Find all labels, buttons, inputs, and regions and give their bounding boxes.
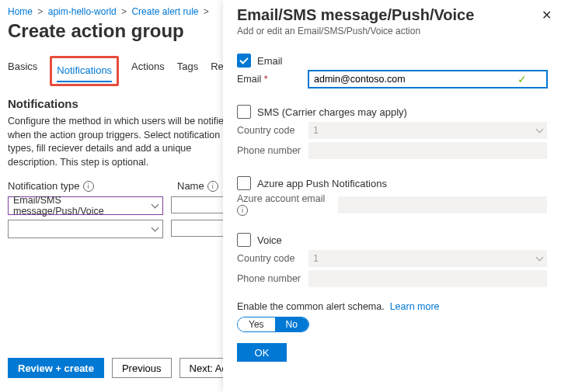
voice-country-dropdown: 1: [308, 250, 547, 267]
sms-country-dropdown: 1: [308, 122, 547, 139]
info-icon[interactable]: i: [207, 181, 218, 192]
notification-name-input[interactable]: [171, 196, 229, 213]
sms-phone-input: [308, 142, 547, 159]
column-header-name: Name i: [177, 180, 218, 192]
tab-basics[interactable]: Basics: [8, 56, 37, 86]
tab-actions[interactable]: Actions: [131, 56, 165, 86]
push-checkbox[interactable]: [237, 176, 251, 190]
sms-checkbox-label: SMS (Carrier charges may apply): [257, 106, 407, 118]
ok-button[interactable]: OK: [237, 343, 287, 362]
tab-notifications-highlight: Notifications: [50, 56, 119, 86]
info-icon[interactable]: i: [237, 205, 248, 216]
chevron-down-icon: [536, 126, 544, 134]
email-input[interactable]: [308, 71, 547, 88]
common-alert-schema-text: Enable the common alert schema. Learn mo…: [237, 301, 547, 312]
page-title: Create action group: [8, 20, 229, 42]
chevron-down-icon: [152, 224, 159, 232]
column-header-type: Notification type i: [8, 180, 163, 192]
voice-checkbox[interactable]: [237, 233, 251, 247]
review-create-button[interactable]: Review + create: [8, 358, 104, 378]
info-icon[interactable]: i: [83, 181, 94, 192]
toggle-no[interactable]: No: [275, 317, 308, 331]
voice-phone-input: [308, 270, 547, 287]
breadcrumb-home[interactable]: Home: [8, 6, 33, 17]
close-icon[interactable]: ✕: [542, 8, 552, 23]
tab-notifications[interactable]: Notifications: [57, 60, 112, 82]
sms-country-label: Country code: [237, 125, 304, 136]
notification-config-panel: ✕ Email/SMS message/Push/Voice Add or ed…: [223, 0, 561, 392]
email-checkbox-label: Email: [257, 55, 283, 67]
learn-more-link[interactable]: Learn more: [390, 301, 440, 312]
checkmark-icon: ✓: [517, 73, 527, 85]
panel-subtitle: Add or edit an Email/SMS/Push/Voice acti…: [237, 26, 547, 36]
email-checkbox[interactable]: [237, 54, 251, 68]
push-email-label: Azure account email i: [237, 193, 333, 216]
notification-type-dropdown[interactable]: Email/SMS message/Push/Voice: [8, 196, 163, 215]
chevron-down-icon: [536, 254, 544, 262]
toggle-yes[interactable]: Yes: [238, 317, 275, 331]
push-checkbox-label: Azure app Push Notifications: [257, 178, 387, 189]
breadcrumb-alert-rule[interactable]: Create alert rule: [131, 6, 198, 17]
sms-checkbox[interactable]: [237, 105, 251, 119]
notifications-description: Configure the method in which users will…: [8, 115, 229, 169]
previous-button[interactable]: Previous: [112, 358, 172, 378]
notification-type-dropdown-empty[interactable]: [8, 220, 163, 238]
voice-country-label: Country code: [237, 253, 304, 264]
push-email-input: [338, 196, 547, 213]
breadcrumb: Home > apim-hello-world > Create alert r…: [8, 6, 229, 17]
panel-title: Email/SMS message/Push/Voice: [237, 6, 547, 24]
breadcrumb-resource[interactable]: apim-hello-world: [48, 6, 117, 17]
voice-checkbox-label: Voice: [257, 234, 282, 246]
voice-phone-label: Phone number: [237, 273, 304, 284]
notification-name-input-empty[interactable]: [171, 220, 229, 237]
tab-bar: Basics Notifications Actions Tags Revie: [8, 56, 229, 86]
tab-tags[interactable]: Tags: [177, 56, 198, 86]
email-field-label: Email: [237, 74, 304, 85]
sms-phone-label: Phone number: [237, 145, 304, 156]
notifications-heading: Notifications: [8, 97, 229, 110]
chevron-down-icon: [152, 201, 159, 209]
common-alert-schema-toggle[interactable]: Yes No: [237, 317, 309, 332]
